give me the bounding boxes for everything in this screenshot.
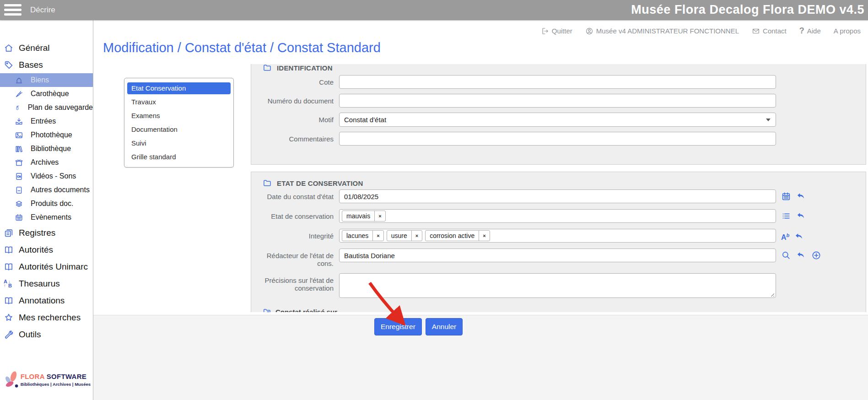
top-bar: Décrire Musée Flora Decalog Flora DEMO v… — [0, 0, 868, 20]
undo-icon[interactable] — [796, 191, 806, 201]
remove-chip-icon[interactable]: × — [372, 231, 383, 241]
remove-chip-icon[interactable]: × — [479, 231, 489, 241]
home-icon — [4, 43, 14, 53]
sidebar-item-produits-doc[interactable]: Produits doc. — [0, 197, 93, 211]
utility-bar: Quitter Musée v4 ADMINISTRATEUR FONCTION… — [541, 26, 861, 36]
app-title: Musée Flora Decalog Flora DEMO v4.5 — [631, 3, 864, 17]
integrite-label: Integrité — [251, 229, 339, 240]
sidebar-item-entrees[interactable]: Entrées — [0, 114, 93, 128]
sidebar-item-mes-recherches[interactable]: Mes recherches — [0, 309, 93, 326]
integrite-input[interactable]: lacunes× usure× corrosion active× — [339, 229, 776, 243]
tab-etat-conservation[interactable]: Etat Conservation — [127, 82, 231, 94]
chevron-down-icon — [766, 119, 771, 121]
star-icon — [4, 313, 14, 323]
undo-icon[interactable] — [794, 232, 804, 242]
question-mark-icon: ? — [799, 26, 804, 36]
remove-chip-icon[interactable]: × — [374, 211, 385, 221]
tab-travaux[interactable]: Travaux — [127, 96, 231, 108]
translate-ab-icon: A↓↑B — [4, 280, 14, 288]
calendar-picker-icon[interactable] — [781, 191, 791, 201]
etat-conservation-panel: ETAT DE CONSERVATION Date du constat d'é… — [251, 172, 866, 312]
video-file-icon — [15, 172, 23, 181]
etat-conservation-input[interactable]: mauvais× — [339, 209, 776, 223]
sidebar-item-plan-sauvegarde[interactable]: Plan de sauvegarde — [0, 101, 93, 114]
precisions-label: Précisions sur l'état de conservation — [251, 273, 339, 292]
date-constat-input[interactable] — [339, 189, 776, 203]
action-footer: Enregistrer Annuler — [93, 315, 868, 400]
folder-icon — [263, 178, 272, 188]
sidebar-item-bibliotheque[interactable]: Bibliothèque — [0, 142, 93, 156]
motif-label: Motif — [251, 113, 339, 124]
form-scroll-area: IDENTIFICATION Cote Numéro du document M… — [251, 64, 866, 312]
about-link[interactable]: A propos — [834, 27, 861, 35]
flora-software-logo: FLORA SOFTWARE Bibliothèques | Archives … — [4, 364, 91, 395]
contact-link[interactable]: Contact — [752, 27, 787, 35]
registers-icon — [4, 228, 14, 238]
cote-label: Cote — [251, 75, 339, 86]
sidebar-item-autorites[interactable]: Autorités — [0, 241, 93, 258]
numero-document-input[interactable] — [339, 94, 776, 108]
image-icon — [15, 131, 23, 140]
open-book-icon — [4, 262, 14, 272]
sidebar-item-autres-documents[interactable]: Autres documents — [0, 183, 93, 197]
list-picker-icon[interactable] — [781, 211, 791, 221]
envelope-icon — [752, 27, 760, 35]
undo-icon[interactable] — [796, 211, 806, 221]
flora-flower-icon — [4, 364, 20, 395]
wrench-icon — [4, 330, 14, 340]
calendar-icon — [15, 213, 23, 222]
identification-header: IDENTIFICATION — [251, 64, 866, 75]
stack-icon — [15, 200, 23, 208]
sidebar-item-archives[interactable]: Archives — [0, 156, 93, 169]
inbox-download-icon — [15, 117, 23, 126]
help-link[interactable]: ? Aide — [799, 26, 821, 36]
commentaires-label: Commentaires — [251, 132, 339, 143]
sidebar-item-biens[interactable]: Biens — [0, 73, 93, 87]
sidebar-item-registres[interactable]: Registres — [0, 224, 93, 241]
autocomplete-ab-icon[interactable]: Ab — [781, 231, 789, 242]
tab-documentation[interactable]: Documentation — [127, 124, 231, 135]
sidebar-item-carotheque[interactable]: Carothèque — [0, 87, 93, 101]
sidebar-item-autorites-unimarc[interactable]: Autorités Unimarc — [0, 258, 93, 275]
sidebar-item-annotations[interactable]: Annotations — [0, 292, 93, 309]
redacteur-input[interactable] — [339, 249, 776, 262]
document-icon — [15, 186, 23, 195]
module-label: Décrire — [30, 5, 55, 15]
sidebar-item-thesaurus[interactable]: A↓↑B Thesaurus — [0, 275, 93, 292]
sidebar-item-general[interactable]: Général — [0, 39, 93, 56]
constat-realise-sur-header: Constat réalisé sur... — [263, 308, 866, 312]
hamburger-menu-icon[interactable] — [4, 4, 22, 16]
sidebar-item-phototheque[interactable]: Photothèque — [0, 128, 93, 142]
sidebar: Général Bases Biens Carothèque Plan de s… — [0, 20, 93, 400]
folder-calendar-icon — [263, 308, 271, 312]
chip-usure: usure× — [387, 230, 422, 241]
bell-jar-icon — [15, 76, 23, 85]
tab-examens[interactable]: Examens — [127, 110, 231, 122]
quit-link[interactable]: Quitter — [541, 27, 572, 35]
commentaires-input[interactable] — [339, 132, 776, 146]
user-icon — [585, 27, 593, 35]
chip-lacunes: lacunes× — [342, 230, 384, 241]
cote-input[interactable] — [339, 75, 776, 89]
undo-icon[interactable] — [796, 250, 806, 260]
motif-select[interactable]: Constat d'état — [339, 113, 776, 127]
add-circle-icon[interactable] — [811, 250, 821, 260]
user-account-link[interactable]: Musée v4 ADMINISTRATEUR FONCTIONNEL — [585, 27, 739, 35]
sidebar-item-videos-sons[interactable]: Vidéos - Sons — [0, 169, 93, 183]
sidebar-item-bases[interactable]: Bases — [0, 56, 93, 73]
folder-icon — [263, 64, 272, 72]
section-tab-list: Etat Conservation Travaux Examens Docume… — [124, 78, 234, 168]
cancel-button[interactable]: Annuler — [426, 318, 463, 335]
numero-document-label: Numéro du document — [251, 94, 339, 105]
exit-icon — [541, 27, 549, 35]
remove-chip-icon[interactable]: × — [411, 231, 422, 241]
precisions-textarea[interactable] — [339, 273, 776, 298]
save-button[interactable]: Enregistrer — [374, 318, 422, 335]
sidebar-item-outils[interactable]: Outils — [0, 326, 93, 343]
search-icon[interactable] — [781, 250, 791, 260]
sidebar-item-evenements[interactable]: Evènements — [0, 211, 93, 224]
redacteur-label: Rédacteur de l'état de cons. — [251, 249, 339, 267]
date-constat-label: Date du constat d'état — [251, 189, 339, 200]
tab-suivi[interactable]: Suivi — [127, 137, 231, 149]
tab-grille-standard[interactable]: Grille standard — [127, 151, 231, 163]
